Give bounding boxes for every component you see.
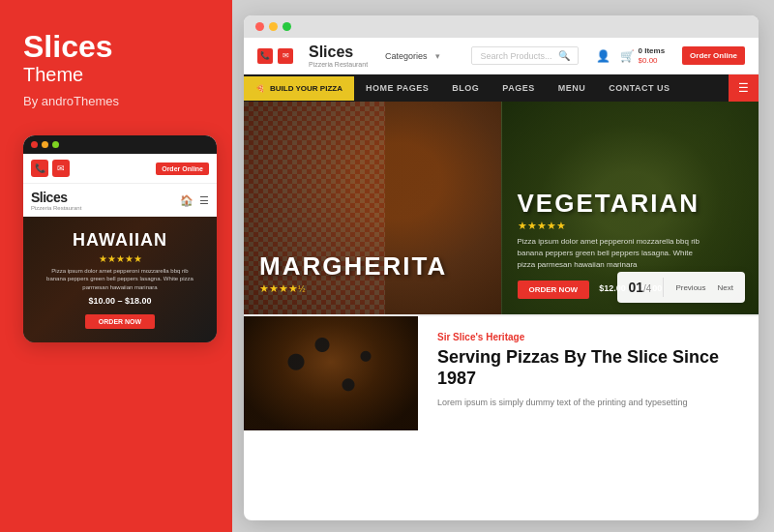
categories-nav[interactable]: Categories ▾ (385, 51, 440, 61)
mobile-home-icon: 🏠 (180, 194, 194, 207)
mobile-contact-icons: 📞 ✉ (31, 160, 70, 177)
bottom-section: Sir Slice's Heritage Serving Pizzas By T… (244, 314, 759, 430)
mobile-hero-desc: Pizza ipsum dolor amet pepperoni mozzare… (43, 267, 197, 291)
bottom-heading: Serving Pizzas By The Slice Since 1987 (437, 347, 739, 389)
right-panel: 📞 ✉ Slices Pizzeria Restaurant Categorie… (232, 0, 774, 532)
pizza-thumbnail (244, 316, 418, 430)
user-icon[interactable]: 👤 (596, 49, 610, 63)
hero-vegetarian-title: VEGETARIAN (518, 191, 711, 216)
slider-nav: 01/4 Previous Next (617, 272, 746, 303)
cart-items: 0 Items (639, 46, 666, 56)
browser-dot-yellow (269, 22, 278, 31)
pizza-icon: 🍕 (255, 84, 265, 93)
hero-margherita-content: MARGHERITA ★★★★½ (259, 253, 447, 299)
nav-home-pages[interactable]: HOME PAGES (354, 75, 440, 101)
cart-info: 0 Items $0.00 (639, 46, 666, 65)
hero-vegetarian-stars: ★★★★★ (518, 220, 711, 232)
nav-menu[interactable]: MENU (547, 75, 598, 101)
mobile-nav-icons: 🏠 ☰ (180, 194, 209, 207)
nav-contact[interactable]: CONTACT US (597, 75, 681, 101)
mobile-browser-bar (23, 135, 217, 154)
browser-window: 📞 ✉ Slices Pizzeria Restaurant Categorie… (244, 15, 759, 520)
hero-margherita-stars: ★★★★½ (259, 282, 447, 295)
mobile-email-icon: ✉ (52, 160, 70, 177)
hero-slide-margherita: MARGHERITA ★★★★½ (244, 102, 501, 314)
build-pizza-btn[interactable]: 🍕 BUILD YOUR PIZZA (244, 76, 354, 101)
search-box[interactable]: Search Products... 🔍 (471, 46, 578, 65)
mobile-logo: Slices Pizzeria Restaurant (31, 190, 81, 211)
bottom-tag: Sir Slice's Heritage (437, 332, 739, 342)
header-nav-icons: 👤 🛒 0 Items $0.00 (596, 46, 666, 65)
mobile-phone-icon: 📞 (31, 160, 48, 177)
mobile-stars: ★★★★★ (43, 253, 197, 264)
left-panel: Slices Theme By androThemes 📞 ✉ Order On… (0, 0, 232, 532)
browser-dot-green (283, 22, 291, 31)
hero-order-btn[interactable]: ORDER NOW (518, 281, 590, 299)
mobile-price: $10.00 – $18.00 (43, 296, 197, 306)
bottom-desc: Lorem ipsum is simply dummy text of the … (437, 397, 739, 410)
header-phone-icon: 📞 (257, 48, 273, 64)
cart-price: $0.00 (639, 56, 666, 66)
mobile-dot-red (31, 141, 38, 148)
slider-count: 01/4 (629, 279, 652, 296)
site-header: 📞 ✉ Slices Pizzeria Restaurant Categorie… (244, 38, 759, 74)
hero-vegetarian-desc: Pizza ipsum dolor amet pepperoni mozzare… (518, 236, 711, 271)
nav-pages[interactable]: PAGES (491, 75, 546, 101)
header-email-icon: ✉ (278, 48, 293, 64)
mobile-hero: HAWAIIAN ★★★★★ Pizza ipsum dolor amet pe… (23, 217, 217, 342)
mobile-dot-green (52, 141, 59, 148)
nav-blog[interactable]: BLOG (440, 75, 491, 101)
slider-divider (663, 278, 664, 297)
theme-title: Slices Theme By androThemes (23, 31, 209, 108)
mobile-logo-bar: Slices Pizzeria Restaurant 🏠 ☰ (23, 184, 217, 217)
bottom-content: Sir Slice's Heritage Serving Pizzas By T… (418, 316, 759, 430)
hero-margherita-title: MARGHERITA (259, 253, 447, 279)
mobile-menu-icon[interactable]: ☰ (199, 194, 209, 207)
cart-area[interactable]: 🛒 0 Items $0.00 (620, 46, 666, 65)
site-nav: 🍕 BUILD YOUR PIZZA HOME PAGES BLOG PAGES… (244, 74, 759, 102)
site-logo: Slices Pizzeria Restaurant (309, 44, 368, 68)
mobile-mockup: 📞 ✉ Order Online Slices Pizzeria Restaur… (23, 135, 217, 342)
cart-icon[interactable]: 🛒 (620, 49, 635, 63)
mobile-hero-content: HAWAIIAN ★★★★★ Pizza ipsum dolor amet pe… (35, 222, 205, 337)
slider-prev-btn[interactable]: Previous (675, 283, 705, 292)
build-btn-label: BUILD YOUR PIZZA (270, 84, 342, 93)
mobile-order-btn[interactable]: Order Online (156, 163, 209, 175)
browser-bar (244, 15, 759, 38)
slider-next-btn[interactable]: Next (718, 283, 733, 292)
mobile-order-now-btn[interactable]: ORDER NOW (85, 314, 155, 329)
mobile-dot-yellow (42, 141, 48, 148)
order-online-btn[interactable]: Order Online (682, 46, 745, 65)
hero-section: MARGHERITA ★★★★½ VEGETARIAN ★★★★★ Pizza … (244, 102, 759, 314)
search-icon[interactable]: 🔍 (558, 50, 570, 61)
search-placeholder: Search Products... (480, 51, 551, 61)
categories-label[interactable]: Categories (385, 51, 428, 61)
browser-dot-red (255, 22, 264, 31)
nav-hamburger-btn[interactable]: ☰ (729, 74, 759, 102)
mobile-hero-title: HAWAIIAN (43, 230, 197, 251)
header-contact-icons: 📞 ✉ (257, 48, 293, 64)
nav-items: HOME PAGES BLOG PAGES MENU CONTACT US (354, 75, 729, 101)
categories-chevron: ▾ (435, 51, 440, 61)
mobile-header-bar: 📞 ✉ Order Online (23, 154, 217, 184)
